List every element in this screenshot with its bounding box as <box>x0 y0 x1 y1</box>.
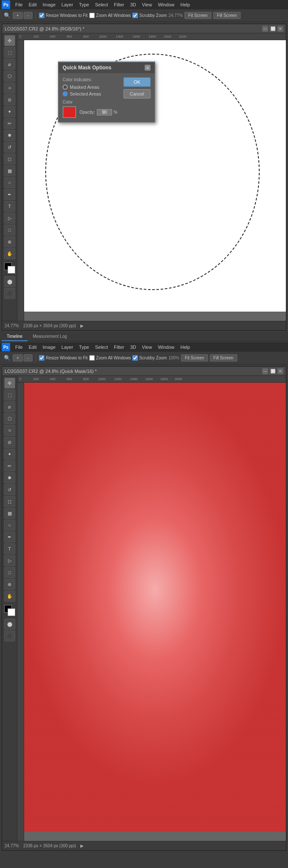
menu2-filter[interactable]: Filter <box>111 344 126 350</box>
zoom-all-checkbox-2[interactable]: Zoom All Windows <box>89 355 131 361</box>
nav-arrow[interactable]: ▶ <box>80 323 84 328</box>
menu2-view[interactable]: View <box>140 344 155 350</box>
menu2-type[interactable]: Type <box>77 344 92 350</box>
zoom-in-btn-2[interactable]: + <box>13 354 23 361</box>
tool-path-select[interactable]: ▷ <box>4 213 15 224</box>
tool-lasso[interactable]: ⌀ <box>4 59 15 70</box>
tool-dodge[interactable]: ○ <box>4 177 15 188</box>
tool2-text[interactable]: T <box>4 543 15 554</box>
quick-mask-btn-2[interactable]: ⬤ <box>4 619 15 630</box>
tool2-move[interactable]: ✜ <box>4 378 15 389</box>
zoom-all-checkbox[interactable]: Zoom All Windows <box>89 13 131 18</box>
tool2-crop[interactable]: ⌗ <box>4 425 15 436</box>
tool-history-brush[interactable]: ↺ <box>4 142 15 153</box>
menu2-3d[interactable]: 3D <box>128 344 139 350</box>
zoom-in-btn[interactable]: + <box>13 12 23 19</box>
tool2-select-rect[interactable]: ⬚ <box>4 389 15 400</box>
tool-select-rect[interactable]: ⬚ <box>4 47 15 58</box>
canvas-content-1[interactable]: Quick Mask Options ✕ Color Indicates: Ma… <box>24 40 286 312</box>
background-color[interactable] <box>8 266 15 274</box>
tool2-brush[interactable]: ✏ <box>4 460 15 471</box>
fill-screen-btn-2[interactable]: Fill Screen <box>210 354 237 361</box>
dialog-close-btn[interactable]: ✕ <box>145 65 151 71</box>
tab-timeline[interactable]: Timeline <box>2 332 27 341</box>
doc-close-btn[interactable]: ✕ <box>277 26 283 32</box>
opacity-input[interactable] <box>97 109 112 115</box>
menu-file[interactable]: File <box>13 1 25 8</box>
scrubby-zoom-checkbox-2[interactable]: Scrubby Zoom <box>132 355 167 361</box>
tool2-lasso[interactable]: ⌀ <box>4 401 15 412</box>
zoom-out-btn-2[interactable]: 🔍 <box>3 353 12 363</box>
masked-areas-radio-row[interactable]: Masked Areas <box>63 85 120 90</box>
tool-quick-select[interactable]: ⬡ <box>4 71 15 82</box>
menu-help[interactable]: Help <box>178 1 193 8</box>
selected-areas-radio-row[interactable]: Selected Areas <box>63 91 120 96</box>
menu-filter[interactable]: Filter <box>111 1 126 8</box>
menu2-image[interactable]: Image <box>40 344 58 350</box>
color-swatch[interactable] <box>63 106 76 118</box>
quick-mask-btn[interactable]: ⬤ <box>4 276 15 287</box>
tool2-zoom[interactable]: ⊕ <box>4 579 15 590</box>
tool-hand[interactable]: ✋ <box>4 248 15 259</box>
doc2-minimize-btn[interactable]: — <box>262 368 268 374</box>
menu2-file[interactable]: File <box>13 344 25 350</box>
fit-screen-btn-2[interactable]: Fit Screen <box>181 354 208 361</box>
menu-window[interactable]: Window <box>155 1 177 8</box>
tool2-dodge[interactable]: ○ <box>4 520 15 531</box>
masked-areas-radio[interactable] <box>63 85 68 90</box>
dialog-header[interactable]: Quick Mask Options ✕ <box>58 62 155 73</box>
tool-brush[interactable]: ✏ <box>4 118 15 129</box>
menu2-window[interactable]: Window <box>155 344 177 350</box>
menu-edit[interactable]: Edit <box>26 1 39 8</box>
tool-eyedropper[interactable]: ⊘ <box>4 94 15 105</box>
fg-bg-colors-2[interactable] <box>4 605 15 616</box>
doc2-close-btn[interactable]: ✕ <box>277 368 283 374</box>
tool-text[interactable]: T <box>4 201 15 212</box>
menu2-select[interactable]: Select <box>93 344 111 350</box>
tool2-path-select[interactable]: ▷ <box>4 555 15 566</box>
resize-windows-checkbox[interactable]: Resize Windows to Fit <box>39 13 88 18</box>
zoom-out-btn[interactable]: 🔍 <box>3 11 12 20</box>
tool2-quick-select[interactable]: ⬡ <box>4 413 15 424</box>
tool2-hand[interactable]: ✋ <box>4 591 15 602</box>
cancel-button[interactable]: Cancel <box>123 89 151 99</box>
ok-button[interactable]: OK <box>123 77 151 87</box>
fg-bg-colors[interactable] <box>4 263 15 274</box>
canvas-content-2[interactable] <box>24 383 286 832</box>
menu-layer[interactable]: Layer <box>59 1 76 8</box>
scrubby-zoom-checkbox[interactable]: Scrubby Zoom <box>132 13 167 18</box>
tool2-pen[interactable]: ✒ <box>4 531 15 542</box>
menu-type[interactable]: Type <box>77 1 92 8</box>
menu-image[interactable]: Image <box>40 1 58 8</box>
nav-arrow-2[interactable]: ▶ <box>80 843 84 848</box>
tool-clone[interactable]: ✱ <box>4 130 15 141</box>
screen-mode-btn-2[interactable]: ⬛ <box>4 630 15 641</box>
tool-heal[interactable]: ✦ <box>4 106 15 117</box>
selected-areas-radio[interactable] <box>63 91 68 96</box>
tool2-history-brush[interactable]: ↺ <box>4 484 15 495</box>
tool2-heal[interactable]: ✦ <box>4 449 15 460</box>
tool-shape[interactable]: □ <box>4 225 15 235</box>
background-color-2[interactable] <box>8 608 15 616</box>
tool-pen[interactable]: ✒ <box>4 189 15 200</box>
menu-view[interactable]: View <box>140 1 155 8</box>
doc-restore-btn[interactable]: ⬜ <box>270 26 276 32</box>
tool-zoom[interactable]: ⊕ <box>4 236 15 247</box>
tool-crop[interactable]: ⌗ <box>4 82 15 93</box>
doc-minimize-btn[interactable]: — <box>262 26 268 32</box>
menu2-edit[interactable]: Edit <box>26 344 39 350</box>
tool-gradient[interactable]: ▦ <box>4 165 15 176</box>
zoom-out-btn2[interactable]: - <box>24 12 33 19</box>
zoom-out-btn2-2[interactable]: - <box>24 354 33 361</box>
tool2-eraser[interactable]: ◻ <box>4 496 15 507</box>
fit-screen-btn[interactable]: Fit Screen <box>184 12 211 19</box>
tab-measurement-log[interactable]: Measurement Log <box>27 332 72 341</box>
tool2-clone[interactable]: ✱ <box>4 472 15 483</box>
menu-select[interactable]: Select <box>93 1 111 8</box>
resize-windows-checkbox-2[interactable]: Resize Windows to Fit <box>39 355 88 361</box>
doc2-restore-btn[interactable]: ⬜ <box>270 368 276 374</box>
tool2-eyedropper[interactable]: ⊘ <box>4 437 15 448</box>
tool2-shape[interactable]: □ <box>4 567 15 578</box>
fill-screen-btn[interactable]: Fill Screen <box>213 12 241 19</box>
menu-3d[interactable]: 3D <box>128 1 139 8</box>
